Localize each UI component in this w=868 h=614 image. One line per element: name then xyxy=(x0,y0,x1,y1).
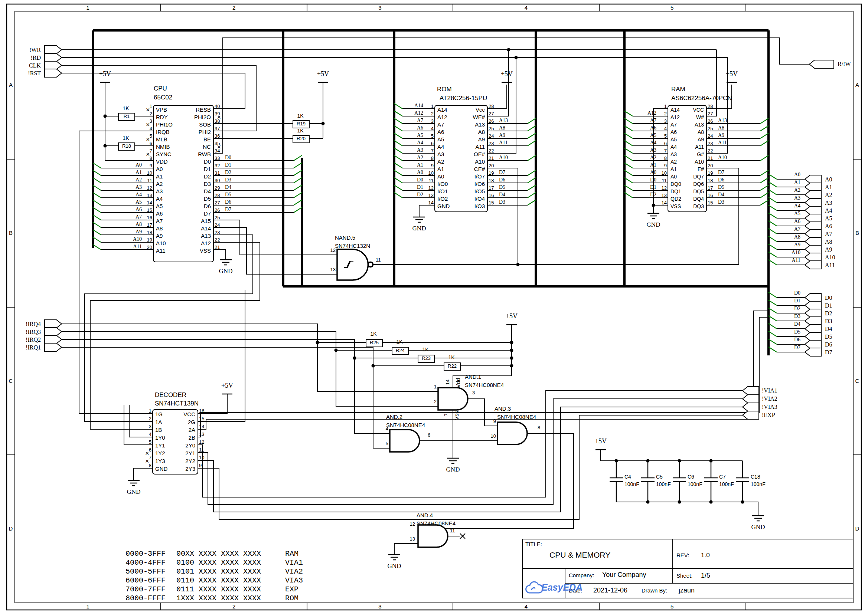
net-label: A10 xyxy=(109,236,142,242)
port-flag-label[interactable]: D7 xyxy=(825,348,832,356)
gnd-icon xyxy=(752,516,764,521)
pin-name: NC xyxy=(156,144,211,150)
memory-map-target: RAM xyxy=(285,549,299,558)
r22-resistor[interactable]: R22 xyxy=(444,363,461,371)
port-flag-label[interactable]: A3 xyxy=(825,199,835,207)
port-flag-label[interactable]: D6 xyxy=(825,341,832,348)
gnd-label: GND xyxy=(647,222,661,228)
net-label: D1 xyxy=(623,185,656,190)
net-label xyxy=(499,162,532,168)
pin-name: A15 xyxy=(156,218,211,224)
r18-resistor[interactable]: R18 xyxy=(118,143,135,150)
plus5v-label: +5V xyxy=(595,438,607,445)
pin-number: 14 xyxy=(199,424,208,429)
and4-in1-num: 12 xyxy=(403,522,415,527)
port-flag-label[interactable]: A10 xyxy=(825,253,835,261)
port-flag-label[interactable]: !VIA2 xyxy=(762,395,778,403)
and1-in1-num: 1 xyxy=(425,385,437,389)
rom-chip[interactable]: ROM AT28C256-15PU A14 1 A14 A12 2 A12 A7… xyxy=(434,105,488,212)
plus5v-label: +5V xyxy=(221,382,233,389)
net-label: A5 xyxy=(623,132,656,138)
pin-number: 3 xyxy=(658,118,667,124)
pin-number: 25 xyxy=(488,126,498,131)
and4-in2-num: 13 xyxy=(403,536,415,542)
pin-name: PHI2 xyxy=(156,129,211,135)
port-flag-label[interactable]: A1 xyxy=(825,183,835,191)
r1-resistor[interactable]: R1 xyxy=(118,113,135,121)
r20-value: 1K xyxy=(292,128,308,133)
easyeda-cloud-icon xyxy=(526,582,543,593)
net-label: A10 xyxy=(499,155,532,161)
net-label: A9 xyxy=(758,242,800,250)
pin-number: 1 xyxy=(425,104,434,109)
net-label: A4 xyxy=(390,140,423,146)
r19-resistor[interactable]: R19 xyxy=(292,120,310,129)
net-label: D1 xyxy=(390,185,423,190)
net-label: A7 xyxy=(109,214,142,220)
pin-number: 16 xyxy=(143,215,152,220)
rom-pin-right: 22 OE# xyxy=(435,150,487,158)
cap-ref: C4 xyxy=(624,474,631,480)
and3-in2-num: 10 xyxy=(481,434,496,439)
gnd-icon xyxy=(128,481,140,485)
port-flag-label[interactable]: D0 xyxy=(825,294,832,302)
gnd-icon xyxy=(647,213,660,219)
pin-number: 12 xyxy=(658,185,667,191)
port-flag-label[interactable]: A6 xyxy=(825,222,835,230)
r20-resistor[interactable]: R20 xyxy=(292,135,310,143)
net-label: A1 xyxy=(390,162,423,168)
r19-value: 1K xyxy=(292,113,308,119)
decoder-part: SN74HCT139N xyxy=(155,400,199,407)
pin-name: 2G xyxy=(155,419,195,425)
port-flag-label[interactable]: !VIA1 xyxy=(762,386,778,395)
port-flag-label[interactable]: A5 xyxy=(825,214,835,222)
port-flag-label[interactable]: A4 xyxy=(825,207,835,214)
rw-flag-label[interactable]: R/!W xyxy=(838,61,851,68)
memory-map-range: 5000-5FFF xyxy=(126,567,176,576)
gnd-label: GND xyxy=(219,268,233,275)
port-flag-label[interactable]: D4 xyxy=(825,325,832,333)
ram-pin-right: 20 E# xyxy=(668,166,706,173)
r22-value: 1K xyxy=(444,354,459,360)
border-columns-bottom: 12345 xyxy=(15,603,745,610)
gnd-icon xyxy=(447,458,459,464)
net-label: A2 xyxy=(623,155,656,161)
port-flag-label[interactable]: A2 xyxy=(825,191,835,199)
port-flag-label[interactable]: D3 xyxy=(825,317,832,325)
port-flag-label[interactable]: A7 xyxy=(825,230,835,238)
cpu-pin-right: 40 RESB xyxy=(154,106,213,113)
net-label xyxy=(225,125,258,131)
net-label: D5 xyxy=(499,185,532,190)
r23-resistor[interactable]: R23 xyxy=(418,355,435,363)
and2-in1-num: 4 xyxy=(377,426,388,431)
port-flag-label[interactable]: D2 xyxy=(825,309,832,317)
port-flag-label[interactable]: A11 xyxy=(825,261,835,269)
cpu-pin-right: 38 SOB xyxy=(154,121,213,129)
port-flag-label[interactable]: A8 xyxy=(825,238,835,246)
pin-number: 33 xyxy=(215,155,224,161)
cpu-pin-right: D6 27 D6 xyxy=(154,203,213,210)
pin-number: 9 xyxy=(658,163,667,168)
cap-value: 100nF xyxy=(751,482,765,487)
net-label xyxy=(225,118,258,124)
port-flag-label[interactable]: D5 xyxy=(825,333,832,341)
ram-chip[interactable]: RAM AS6C62256A-70PCN 1 A14 A12 2 A12 A7 … xyxy=(667,105,707,212)
row-label: A xyxy=(853,11,861,159)
port-flag-label[interactable]: !EXP xyxy=(762,411,778,419)
pin-number: 23 xyxy=(708,141,717,146)
r25-resistor[interactable]: R25 xyxy=(366,339,383,347)
port-flag-label[interactable]: D1 xyxy=(825,302,832,309)
port-flag-label[interactable]: A9 xyxy=(825,246,835,253)
row-label: B xyxy=(853,159,861,307)
cpu-pin-right: D4 29 D4 xyxy=(154,188,213,195)
port-flag-label[interactable]: A0 xyxy=(825,175,835,183)
decoder-chip[interactable]: DECODER SN74HCT139N 1 1G 2 1A 3 1B 4 1Y0… xyxy=(152,409,198,474)
logic-gates[interactable] xyxy=(337,249,527,547)
net-label xyxy=(225,103,258,109)
pin-number: 23 xyxy=(215,229,224,235)
pin-number: 6 xyxy=(425,141,434,146)
column-label: 4 xyxy=(453,4,599,11)
r24-resistor[interactable]: R24 xyxy=(392,347,409,355)
cpu-chip[interactable]: CPU 65C02 1 × VPB 2 RDY 3 × PHI1O 4 IRQB… xyxy=(153,105,214,262)
port-flag-label[interactable]: !VIA3 xyxy=(762,403,778,411)
